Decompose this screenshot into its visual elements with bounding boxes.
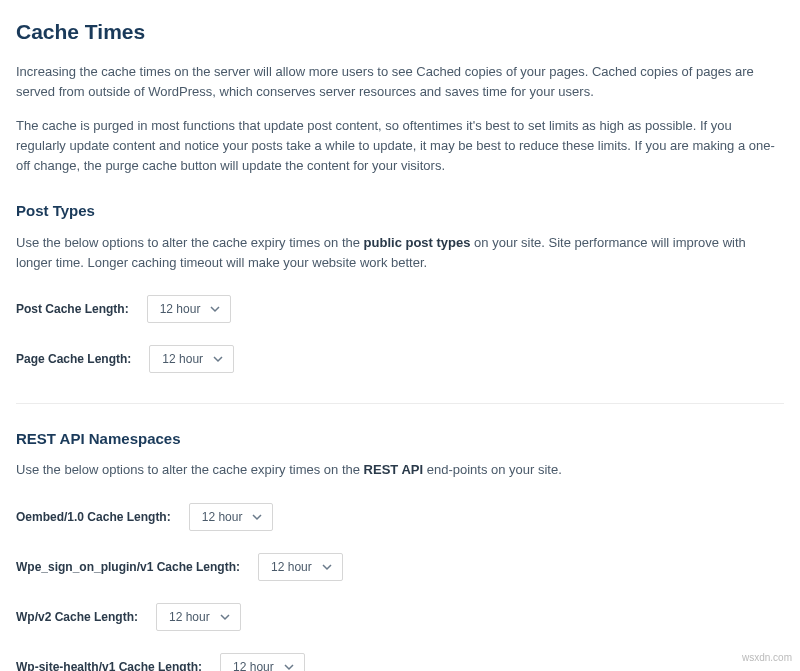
- chevron-down-icon: [213, 354, 223, 364]
- rest-api-heading: REST API Namespaces: [16, 428, 784, 451]
- wp-v2-cache-length-row: Wp/v2 Cache Length: 12 hour: [16, 603, 784, 631]
- page-cache-length-value: 12 hour: [162, 350, 203, 368]
- chevron-down-icon: [252, 512, 262, 522]
- rest-api-desc-bold: REST API: [364, 462, 423, 477]
- section-divider: [16, 403, 784, 404]
- post-types-desc-bold: public post types: [364, 235, 471, 250]
- wp-v2-cache-length-select[interactable]: 12 hour: [156, 603, 241, 631]
- post-cache-length-label: Post Cache Length:: [16, 300, 129, 318]
- post-cache-length-select[interactable]: 12 hour: [147, 295, 232, 323]
- post-types-description: Use the below options to alter the cache…: [16, 233, 784, 273]
- site-health-cache-length-row: Wp-site-health/v1 Cache Length: 12 hour: [16, 653, 784, 671]
- page-cache-length-label: Page Cache Length:: [16, 350, 131, 368]
- post-cache-length-value: 12 hour: [160, 300, 201, 318]
- wp-v2-cache-length-value: 12 hour: [169, 608, 210, 626]
- chevron-down-icon: [210, 304, 220, 314]
- rest-api-desc-post: end-points on your site.: [423, 462, 562, 477]
- oembed-cache-length-label: Oembed/1.0 Cache Length:: [16, 508, 171, 526]
- page-cache-length-select[interactable]: 12 hour: [149, 345, 234, 373]
- page-cache-length-row: Page Cache Length: 12 hour: [16, 345, 784, 373]
- post-types-desc-pre: Use the below options to alter the cache…: [16, 235, 364, 250]
- chevron-down-icon: [284, 662, 294, 671]
- post-cache-length-row: Post Cache Length: 12 hour: [16, 295, 784, 323]
- rest-api-desc-pre: Use the below options to alter the cache…: [16, 462, 364, 477]
- oembed-cache-length-value: 12 hour: [202, 508, 243, 526]
- site-health-cache-length-label: Wp-site-health/v1 Cache Length:: [16, 658, 202, 671]
- rest-api-description: Use the below options to alter the cache…: [16, 460, 784, 480]
- chevron-down-icon: [322, 562, 332, 572]
- wpe-signon-cache-length-select[interactable]: 12 hour: [258, 553, 343, 581]
- site-health-cache-length-select[interactable]: 12 hour: [220, 653, 305, 671]
- chevron-down-icon: [220, 612, 230, 622]
- intro-paragraph-2: The cache is purged in most functions th…: [16, 116, 784, 176]
- watermark: wsxdn.com: [742, 650, 792, 665]
- wp-v2-cache-length-label: Wp/v2 Cache Length:: [16, 608, 138, 626]
- wpe-signon-cache-length-value: 12 hour: [271, 558, 312, 576]
- page-title: Cache Times: [16, 16, 784, 48]
- wpe-signon-cache-length-row: Wpe_sign_on_plugin/v1 Cache Length: 12 h…: [16, 553, 784, 581]
- oembed-cache-length-select[interactable]: 12 hour: [189, 503, 274, 531]
- oembed-cache-length-row: Oembed/1.0 Cache Length: 12 hour: [16, 503, 784, 531]
- post-types-heading: Post Types: [16, 200, 784, 223]
- intro-paragraph-1: Increasing the cache times on the server…: [16, 62, 784, 102]
- site-health-cache-length-value: 12 hour: [233, 658, 274, 671]
- wpe-signon-cache-length-label: Wpe_sign_on_plugin/v1 Cache Length:: [16, 558, 240, 576]
